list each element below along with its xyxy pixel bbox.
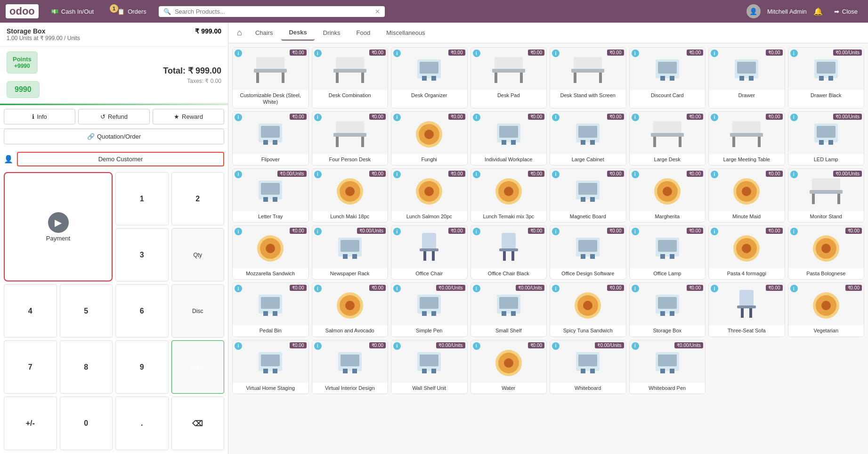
product-card[interactable]: i ₹0.00/Units Whiteboard bbox=[550, 340, 626, 394]
product-info-icon[interactable]: i bbox=[235, 285, 242, 292]
product-info-icon[interactable]: i bbox=[235, 171, 242, 178]
num-2-btn[interactable]: 2 bbox=[171, 172, 225, 225]
product-card[interactable]: i ₹0.00 Minute Maid bbox=[708, 168, 785, 223]
product-info-icon[interactable]: i bbox=[314, 342, 322, 350]
product-card[interactable]: i ₹0.00 Pasta 4 formaggi bbox=[708, 225, 785, 280]
num-6-btn[interactable]: 6 bbox=[115, 284, 169, 338]
product-info-icon[interactable]: i bbox=[632, 114, 639, 121]
product-info-icon[interactable]: i bbox=[711, 171, 718, 178]
product-info-icon[interactable]: i bbox=[393, 285, 401, 292]
product-card[interactable]: i ₹0.00 Desk Organizer bbox=[391, 47, 468, 108]
product-info-icon[interactable]: i bbox=[552, 171, 560, 178]
product-info-icon[interactable]: i bbox=[235, 228, 242, 235]
close-btn[interactable]: ➡ Close bbox=[829, 6, 862, 17]
product-info-icon[interactable]: i bbox=[632, 285, 639, 292]
payment-btn[interactable]: ▶ Payment bbox=[4, 172, 113, 281]
num-7-btn[interactable]: 7 bbox=[4, 340, 57, 394]
product-card[interactable]: i ₹0.00/Units Newspaper Rack bbox=[312, 225, 389, 280]
product-card[interactable]: i ₹0.00 Lunch Salmon 20pc bbox=[391, 168, 468, 223]
num-3-btn[interactable]: 3 bbox=[115, 228, 169, 281]
num-1-btn[interactable]: 1 bbox=[115, 172, 169, 225]
product-card[interactable]: i ₹0.00 Lunch Maki 18pc bbox=[312, 168, 389, 223]
quotation-btn[interactable]: 🔗 Quotation/Order bbox=[4, 129, 224, 144]
product-info-icon[interactable]: i bbox=[473, 285, 480, 292]
tab-miscellaneous[interactable]: Miscellaneous bbox=[379, 25, 432, 40]
product-info-icon[interactable]: i bbox=[473, 114, 480, 121]
product-card[interactable]: i ₹0.00 Water bbox=[471, 340, 547, 394]
product-card[interactable]: i ₹0.00 Individual Workplace bbox=[471, 111, 547, 165]
product-info-icon[interactable]: i bbox=[552, 114, 560, 121]
product-card[interactable]: i ₹0.00/Units Small Shelf bbox=[471, 282, 547, 337]
product-info-icon[interactable]: i bbox=[632, 342, 639, 350]
search-input[interactable] bbox=[175, 8, 371, 15]
product-card[interactable]: i ₹0.00/Units Letter Tray bbox=[232, 168, 309, 223]
product-card[interactable]: i ₹0.00 Lunch Temaki mix 3pc bbox=[471, 168, 547, 223]
product-card[interactable]: i ₹0.00 Magnetic Board bbox=[550, 168, 626, 223]
disc-btn[interactable]: Disc bbox=[171, 284, 225, 338]
product-info-icon[interactable]: i bbox=[632, 171, 639, 178]
product-info-icon[interactable]: i bbox=[790, 171, 798, 178]
num-9-btn[interactable]: 9 bbox=[115, 340, 169, 394]
plusminus-btn[interactable]: +/- bbox=[4, 396, 57, 450]
product-card[interactable]: i ₹0.00 Desk Stand with Screen bbox=[550, 47, 626, 108]
notification-icon[interactable]: 🔔 bbox=[813, 7, 823, 16]
product-card[interactable]: i ₹0.00/Units Drawer Black bbox=[788, 47, 865, 108]
product-card[interactable]: i ₹0.00/Units Monitor Stand bbox=[788, 168, 865, 223]
product-info-icon[interactable]: i bbox=[711, 114, 718, 121]
product-card[interactable]: i ₹0.00 Large Desk bbox=[629, 111, 706, 165]
product-info-icon[interactable]: i bbox=[393, 342, 401, 350]
product-card[interactable]: i ₹0.00 Pasta Bolognese bbox=[788, 225, 865, 280]
tab-food[interactable]: Food bbox=[349, 25, 378, 40]
product-card[interactable]: i ₹0.00 Four Person Desk bbox=[312, 111, 389, 165]
product-info-icon[interactable]: i bbox=[552, 50, 560, 57]
product-info-icon[interactable]: i bbox=[711, 285, 718, 292]
num-8-btn[interactable]: 8 bbox=[60, 340, 113, 394]
product-info-icon[interactable]: i bbox=[393, 171, 401, 178]
product-info-icon[interactable]: i bbox=[632, 228, 639, 235]
product-card[interactable]: i ₹0.00 Margherita bbox=[629, 168, 706, 223]
product-card[interactable]: i ₹0.00 Desk Pad bbox=[471, 47, 547, 108]
product-info-icon[interactable]: i bbox=[473, 171, 480, 178]
product-info-icon[interactable]: i bbox=[552, 228, 560, 235]
qty-btn[interactable]: Qty bbox=[171, 228, 225, 281]
refund-btn[interactable]: ↺ Refund bbox=[78, 109, 150, 124]
product-card[interactable]: i ₹0.00/Units Simple Pen bbox=[391, 282, 468, 337]
product-card[interactable]: i ₹0.00 Storage Box bbox=[629, 282, 706, 337]
product-card[interactable]: i ₹0.00 Office Lamp bbox=[629, 225, 706, 280]
product-info-icon[interactable]: i bbox=[235, 342, 242, 350]
product-card[interactable]: i ₹0.00 Virtual Interior Design bbox=[312, 340, 389, 394]
product-card[interactable]: i ₹0.00 Flipover bbox=[232, 111, 309, 165]
dot-btn[interactable]: . bbox=[115, 396, 169, 450]
product-info-icon[interactable]: i bbox=[711, 50, 718, 57]
cash-inout-btn[interactable]: 💵 Cash In/Out bbox=[46, 6, 98, 17]
product-info-icon[interactable]: i bbox=[473, 50, 480, 57]
product-card[interactable]: i ₹0.00 Office Design Software bbox=[550, 225, 626, 280]
product-card[interactable]: i ₹0.00 Drawer bbox=[708, 47, 785, 108]
tab-desks[interactable]: Desks bbox=[281, 25, 314, 41]
product-card[interactable]: i ₹0.00 Discount Card bbox=[629, 47, 706, 108]
product-card[interactable]: i ₹0.00 Virtual Home Staging bbox=[232, 340, 309, 394]
num-0-btn[interactable]: 0 bbox=[60, 396, 113, 450]
product-card[interactable]: i ₹0.00 Spicy Tuna Sandwich bbox=[550, 282, 626, 337]
product-card[interactable]: i ₹0.00 Desk Combination bbox=[312, 47, 389, 108]
product-info-icon[interactable]: i bbox=[632, 50, 639, 57]
num-4-btn[interactable]: 4 bbox=[4, 284, 57, 338]
product-card[interactable]: i ₹0.00/Units Whiteboard Pen bbox=[629, 340, 706, 394]
product-info-icon[interactable]: i bbox=[314, 114, 322, 121]
product-card[interactable]: i ₹0.00 Office Chair Black bbox=[471, 225, 547, 280]
product-card[interactable]: i ₹0.00/Units Wall Shelf Unit bbox=[391, 340, 468, 394]
product-info-icon[interactable]: i bbox=[235, 50, 242, 57]
product-info-icon[interactable]: i bbox=[552, 285, 560, 292]
product-card[interactable]: i ₹0.00 Large Meeting Table bbox=[708, 111, 785, 165]
price-btn[interactable]: Price bbox=[171, 340, 225, 394]
product-info-icon[interactable]: i bbox=[790, 228, 798, 235]
num-5-btn[interactable]: 5 bbox=[60, 284, 113, 338]
product-info-icon[interactable]: i bbox=[314, 171, 322, 178]
product-info-icon[interactable]: i bbox=[790, 114, 798, 121]
product-info-icon[interactable]: i bbox=[314, 50, 322, 57]
product-card[interactable]: i ₹0.00 Vegetarian bbox=[788, 282, 865, 337]
product-card[interactable]: i ₹0.00 Funghi bbox=[391, 111, 468, 165]
product-card[interactable]: i ₹0.00 Salmon and Avocado bbox=[312, 282, 389, 337]
product-info-icon[interactable]: i bbox=[790, 50, 798, 57]
product-card[interactable]: i ₹0.00 Office Chair bbox=[391, 225, 468, 280]
